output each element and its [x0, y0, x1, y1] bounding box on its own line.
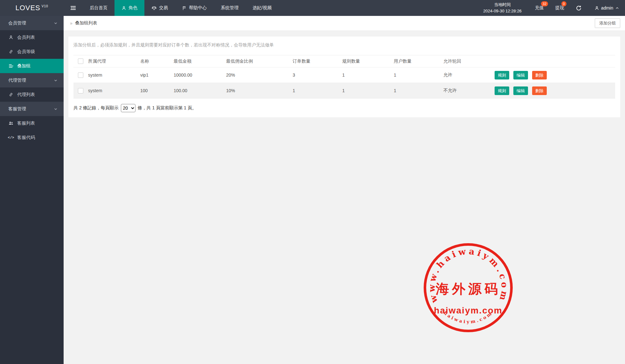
col-min-commission: 最低佣金比例 — [226, 55, 293, 67]
refresh-icon — [576, 5, 582, 11]
sidebar-group-service[interactable]: 客服管理 — [0, 102, 64, 116]
breadcrumb-arrow: » — [70, 21, 73, 26]
col-name: 名称 — [140, 55, 174, 67]
user-menu[interactable]: admin — [594, 5, 619, 10]
cell-min-amount: 100.00 — [174, 83, 226, 99]
user-icon — [594, 6, 599, 10]
cell-name: 100 — [140, 83, 174, 99]
overlay-group-table: 所属代理 名称 最低金额 最低佣金比例 订单数量 规则数量 用户数量 允许轮回 … — [73, 55, 615, 99]
sidebar-group-member[interactable]: 会员管理 — [0, 16, 64, 30]
cell-agent: system — [88, 83, 140, 99]
flag-icon — [182, 6, 187, 10]
col-order-count: 订单数量 — [293, 55, 342, 67]
breadcrumb-bar: » 叠加组列表 添加分组 — [64, 16, 625, 31]
table-row: system vip1 10000.00 20% 3 1 1 允许 规则 编辑 … — [73, 67, 615, 83]
scales-icon — [151, 5, 157, 10]
top-bar: LOVESV10 后台首页 角色 交易 — [0, 0, 625, 16]
cell-user-count: 1 — [394, 83, 443, 99]
nav-video[interactable]: 选妃/视频 — [246, 0, 279, 16]
col-agent: 所属代理 — [88, 55, 140, 67]
cell-allow-loop: 允许 — [443, 67, 495, 83]
sidebar-item-overlay-group[interactable]: 叠加组 — [0, 59, 64, 73]
person-icon — [8, 35, 14, 40]
nav-help[interactable]: 帮助中心 — [175, 0, 214, 16]
nav-trade[interactable]: 交易 — [144, 0, 175, 16]
pagination: 共 2 條記錄，每頁顯示 20 條，共 1 頁當前顯示第 1 頁。 — [73, 104, 615, 112]
nav-home[interactable]: 后台首页 — [83, 0, 115, 16]
edit-button[interactable]: 编辑 — [513, 71, 528, 79]
cell-rule-count: 1 — [342, 83, 394, 99]
sidebar-item-agent-list[interactable]: 代理列表 — [0, 87, 64, 102]
sidebar-item-member-level[interactable]: 会员等级 — [0, 45, 64, 59]
row-checkbox[interactable] — [78, 88, 83, 93]
cell-allow-loop: 不允许 — [443, 83, 495, 99]
logo-version: V10 — [42, 4, 48, 8]
sidebar-item-member-list[interactable]: 会员列表 — [0, 30, 64, 45]
pagination-prefix: 共 2 條記錄，每頁顯示 — [73, 105, 119, 111]
logo-text: LOVES — [15, 4, 40, 12]
people-icon — [8, 121, 14, 126]
sidebar-toggle-button[interactable] — [64, 0, 83, 16]
col-user-count: 用户数量 — [394, 55, 443, 67]
link-icon — [8, 49, 14, 54]
rule-button[interactable]: 规则 — [495, 86, 509, 95]
sidebar: 会员管理 会员列表 会员等级 叠加组 代理管理 代理列表 客服管理 — [0, 16, 64, 364]
local-time-value: 2024-09-30 12:28:26 — [483, 8, 522, 14]
add-group-button[interactable]: 添加分组 — [595, 18, 620, 28]
cell-order-count: 3 — [293, 67, 342, 83]
delete-button[interactable]: 删除 — [532, 86, 547, 95]
person-icon — [122, 6, 126, 10]
notice-text: 添加分组后，必须添加规则，并且规则需要对应好订单个数，若出现不对称情况，会导致用… — [73, 42, 615, 48]
code-icon: </> — [8, 136, 14, 140]
topbar-right: 当地时间 2024-09-30 12:28:26 充值 32 提现 0 admi… — [483, 0, 625, 16]
col-allow-loop: 允许轮回 — [443, 55, 495, 67]
local-time: 当地时间 2024-09-30 12:28:26 — [483, 2, 522, 14]
page-size-select[interactable]: 20 — [121, 104, 135, 112]
local-time-label: 当地时间 — [483, 2, 522, 8]
sidebar-group-agent[interactable]: 代理管理 — [0, 73, 64, 87]
chevron-down-icon — [53, 107, 58, 111]
sidebar-item-service-code[interactable]: </> 客服代码 — [0, 130, 64, 145]
nav-role[interactable]: 角色 — [115, 0, 144, 16]
cell-rule-count: 1 — [342, 67, 394, 83]
username: admin — [601, 5, 613, 10]
table-panel: 添加分组后，必须添加规则，并且规则需要对应好订单个数，若出现不对称情况，会导致用… — [68, 37, 620, 117]
withdraw-menu[interactable]: 提现 0 — [555, 0, 564, 16]
nav-system[interactable]: 系统管理 — [214, 0, 246, 16]
delete-button[interactable]: 删除 — [532, 71, 547, 79]
top-nav: 后台首页 角色 交易 帮助中心 系统管理 选妃/ — [83, 0, 279, 16]
refresh-button[interactable] — [576, 5, 582, 11]
table-row: system 100 100.00 10% 1 1 1 不允许 规则 编辑 删除 — [73, 83, 615, 99]
table-header-row: 所属代理 名称 最低金额 最低佣金比例 订单数量 规则数量 用户数量 允许轮回 — [73, 55, 615, 67]
stack-list-icon — [8, 64, 14, 68]
app-logo: LOVESV10 — [0, 0, 64, 16]
link-icon — [8, 92, 14, 97]
col-rule-count: 规则数量 — [342, 55, 394, 67]
recharge-menu[interactable]: 充值 32 — [535, 0, 544, 16]
chevron-down-icon — [53, 21, 58, 25]
hamburger-icon — [70, 5, 76, 11]
chevron-down-icon — [53, 78, 58, 83]
withdraw-badge: 0 — [561, 1, 566, 6]
recharge-badge: 32 — [541, 1, 548, 6]
cell-min-amount: 10000.00 — [174, 67, 226, 83]
rule-button[interactable]: 规则 — [495, 71, 509, 79]
cell-min-commission: 20% — [226, 67, 293, 83]
pagination-suffix: 條，共 1 頁當前顯示第 1 頁。 — [138, 105, 197, 111]
edit-button[interactable]: 编辑 — [513, 86, 528, 95]
chevron-up-icon — [615, 6, 619, 10]
select-all-checkbox[interactable] — [78, 58, 83, 64]
row-checkbox[interactable] — [78, 72, 83, 78]
cell-agent: system — [88, 67, 140, 83]
cell-order-count: 1 — [293, 83, 342, 99]
page-title: 叠加组列表 — [75, 20, 97, 26]
cell-name: vip1 — [140, 67, 174, 83]
cell-min-commission: 10% — [226, 83, 293, 99]
col-min-amount: 最低金额 — [174, 55, 226, 67]
main-content: » 叠加组列表 添加分组 添加分组后，必须添加规则，并且规则需要对应好订单个数，… — [64, 16, 625, 364]
cell-user-count: 1 — [394, 67, 443, 83]
sidebar-item-service-list[interactable]: 客服列表 — [0, 116, 64, 130]
